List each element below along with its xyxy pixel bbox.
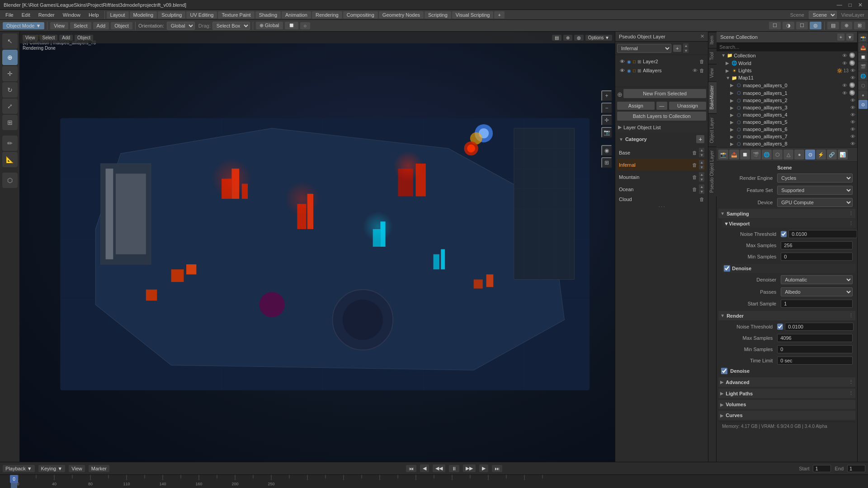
outliner-layers-7[interactable]: ▶ ⬡ maopeo_alllayers_7 👁 bbox=[717, 133, 857, 140]
pol-more-btn[interactable]: · · · bbox=[617, 203, 706, 210]
viewport-sub-header[interactable]: ▼ Viewport ⋮ bbox=[722, 219, 855, 228]
vp-object-btn[interactable]: Object bbox=[75, 35, 93, 41]
toolbar-shading-4[interactable]: ◍ bbox=[810, 22, 821, 29]
tl-playback-menu[interactable]: Playback ▼ bbox=[3, 465, 35, 472]
pol-add-preset[interactable]: + bbox=[673, 45, 681, 52]
collection-expand[interactable]: ▼ bbox=[721, 53, 726, 58]
world-expand[interactable]: ▶ bbox=[726, 61, 730, 66]
cat-ocean-arrow-down[interactable]: ▼ bbox=[699, 189, 704, 194]
layer0-expand[interactable]: ▶ bbox=[730, 83, 735, 88]
outliner-layers-1[interactable]: ▶ ⬡ maopeo_alllayers_1 👁 🔘 bbox=[717, 89, 857, 97]
tab-object-layer[interactable]: Object Layer bbox=[708, 113, 717, 147]
tool-scale[interactable]: ⤢ bbox=[2, 99, 18, 114]
collection-vis2[interactable]: 🔘 bbox=[849, 52, 855, 58]
cat-base-del[interactable]: 🗑 bbox=[692, 150, 697, 155]
close-btn[interactable]: ✕ bbox=[856, 2, 864, 8]
scene-search[interactable] bbox=[717, 43, 857, 52]
tab-view[interactable]: View bbox=[708, 64, 717, 82]
tl-skip-start[interactable]: ⏮ bbox=[406, 465, 416, 472]
layer6-expand[interactable]: ▶ bbox=[730, 127, 735, 132]
vp-overlay-toggle[interactable]: ▤ bbox=[552, 35, 561, 41]
pol-cat-cloud[interactable]: Cloud 🗑 bbox=[617, 195, 706, 203]
workspace-shading[interactable]: Shading bbox=[255, 11, 281, 19]
tool-rotate[interactable]: ↻ bbox=[2, 82, 18, 98]
render-max-samples-value[interactable] bbox=[777, 334, 853, 342]
vp-render-region[interactable]: ⊞ bbox=[601, 157, 612, 168]
cat-infernal-del[interactable]: 🗑 bbox=[692, 162, 697, 168]
render-noise-value[interactable] bbox=[785, 323, 854, 331]
cat-cloud-del[interactable]: 🗑 bbox=[699, 197, 704, 202]
light-paths-header[interactable]: ▶ Light Paths ⋮ bbox=[718, 389, 855, 398]
toolbar-global-btn[interactable]: ⊕ Global bbox=[256, 22, 283, 29]
prop-side-scene[interactable]: 🎬 bbox=[859, 62, 868, 71]
tl-marker-menu[interactable]: Marker bbox=[89, 465, 109, 472]
prop-side-particles[interactable]: ⊙ bbox=[859, 100, 868, 109]
lights-vis[interactable]: 👁 bbox=[850, 68, 855, 73]
new-from-selected-btn[interactable]: New From Selected bbox=[623, 89, 706, 98]
tab-pseudo-object-layer[interactable]: Pseudo Object Layer bbox=[708, 146, 717, 196]
layer5-expand[interactable]: ▶ bbox=[730, 120, 735, 125]
toolbar-view[interactable]: View bbox=[50, 22, 68, 29]
pol-cat-base[interactable]: Base 🗑 ▲ ▼ bbox=[617, 146, 706, 159]
prop-side-render[interactable]: 📸 bbox=[859, 33, 868, 42]
pol-cat-infernal[interactable]: Infernal 🗑 ▲ ▼ bbox=[617, 159, 706, 171]
start-sample-value[interactable] bbox=[781, 300, 853, 308]
tool-measure[interactable]: 📐 bbox=[2, 152, 18, 167]
prop-side-view[interactable]: 🔲 bbox=[859, 52, 868, 61]
vp-noise-check[interactable] bbox=[781, 231, 787, 237]
tl-play[interactable]: ▶▶ bbox=[463, 465, 476, 472]
tool-annotate[interactable]: ✏ bbox=[2, 136, 18, 151]
render-denoise-check[interactable] bbox=[721, 368, 727, 374]
map11-vis[interactable]: 👁 bbox=[850, 75, 855, 80]
pol-batch-btn[interactable]: Batch Layers to Collection bbox=[617, 112, 706, 121]
vp-zoom-out[interactable]: − bbox=[601, 103, 612, 113]
layer1-vis[interactable]: 👁 bbox=[842, 90, 847, 96]
tl-play-back[interactable]: ◀◀ bbox=[433, 465, 445, 472]
menu-help[interactable]: Help bbox=[85, 11, 103, 19]
outliner-layers-8[interactable]: ▶ ⬡ maopeo_alllayers_8 👁 bbox=[717, 140, 857, 147]
orientation-selector[interactable]: Global bbox=[167, 22, 195, 30]
sampling-ctrl-dots[interactable]: ⋮ bbox=[849, 211, 854, 216]
layer1-expand[interactable]: ▶ bbox=[730, 90, 735, 95]
tool-cursor[interactable]: ⊕ bbox=[2, 50, 18, 65]
prop-render-icon[interactable]: 📸 bbox=[718, 150, 728, 160]
pol-layer2-delete[interactable]: 🗑 bbox=[699, 68, 704, 73]
cat-ocean-del[interactable]: 🗑 bbox=[692, 187, 697, 192]
tool-transform[interactable]: ⊞ bbox=[2, 115, 18, 130]
prop-world-icon[interactable]: 🌐 bbox=[762, 150, 772, 160]
sc-new-collection[interactable]: + bbox=[837, 33, 844, 41]
layer7-vis[interactable]: 👁 bbox=[850, 134, 855, 139]
denoise-sub-header[interactable]: Denoise bbox=[722, 264, 855, 273]
vp-gizmo-toggle[interactable]: ⊕ bbox=[563, 35, 572, 41]
render-time-limit-value[interactable] bbox=[777, 357, 853, 365]
cat-infernal-arrow-up[interactable]: ▲ bbox=[699, 160, 704, 164]
tool-add-cube[interactable]: ⬡ bbox=[2, 173, 18, 188]
render-min-samples-value[interactable] bbox=[777, 345, 853, 353]
viewport-sub-ctrl[interactable]: ⋮ bbox=[849, 221, 854, 226]
menu-window[interactable]: Window bbox=[59, 11, 84, 19]
tool-move[interactable]: ✛ bbox=[2, 66, 18, 81]
toolbar-proportional-btn[interactable]: ○ bbox=[300, 22, 311, 29]
outliner-layers-0[interactable]: ▶ ⬡ maopeo_alllayers_0 👁 🔘 bbox=[717, 81, 857, 89]
cat-base-arrow-down[interactable]: ▼ bbox=[699, 153, 704, 157]
advanced-ctrl[interactable]: ⋮ bbox=[849, 379, 854, 385]
prop-physics-icon[interactable]: ⚡ bbox=[816, 150, 826, 160]
layer4-expand[interactable]: ▶ bbox=[730, 113, 735, 117]
vp-camera-view[interactable]: 📷 bbox=[601, 127, 612, 138]
maximize-btn[interactable]: □ bbox=[847, 2, 854, 8]
render-engine-select[interactable]: Cycles EEVEE Workbench bbox=[777, 174, 853, 183]
workspace-sculpting[interactable]: Sculpting bbox=[158, 11, 185, 19]
curves-header[interactable]: ▶ Curves bbox=[718, 411, 855, 420]
pol-assign-btn[interactable]: Assign bbox=[617, 102, 655, 110]
layer3-expand[interactable]: ▶ bbox=[730, 105, 735, 110]
cat-ocean-arrow-up[interactable]: ▲ bbox=[699, 184, 704, 189]
feature-set-select[interactable]: Supported Experimental bbox=[777, 186, 853, 195]
pol-arrow-up[interactable]: ▲ bbox=[683, 43, 689, 48]
tab-tool[interactable]: Tool bbox=[708, 48, 717, 64]
toolbar-object-mode[interactable]: Object Mode ▼ bbox=[3, 22, 44, 29]
map11-expand[interactable]: ▼ bbox=[726, 75, 730, 80]
tl-skip-end[interactable]: ⏭ bbox=[492, 465, 502, 472]
workspace-rendering[interactable]: Rendering bbox=[312, 11, 342, 19]
vp-local-view[interactable]: ◉ bbox=[601, 145, 612, 156]
layer4-vis[interactable]: 👁 bbox=[850, 112, 855, 117]
